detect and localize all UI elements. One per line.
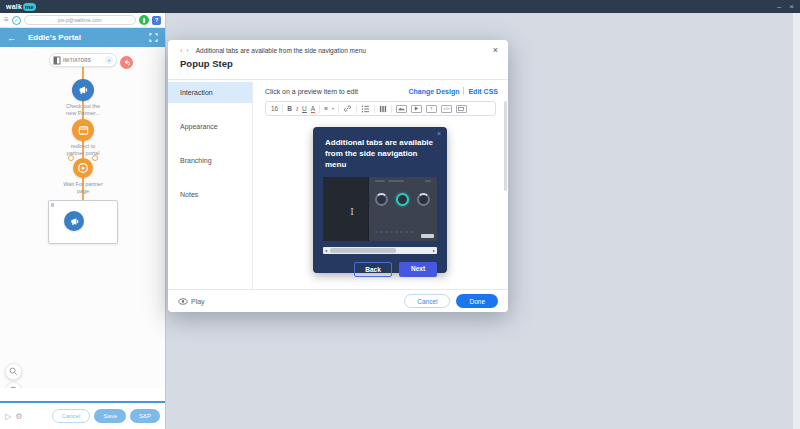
step-node-popup-1[interactable] — [72, 79, 94, 101]
back-arrow-icon[interactable]: ← — [7, 33, 16, 43]
link-icon[interactable] — [343, 104, 352, 113]
play-label: Play — [191, 298, 205, 305]
save-button[interactable]: Save — [94, 409, 126, 423]
settings-gear-icon[interactable]: ⚙ — [15, 412, 22, 421]
insert-text-button[interactable]: T — [426, 105, 437, 113]
modal-content: Click on a preview item to edit Change D… — [253, 81, 508, 289]
drag-handle[interactable] — [51, 203, 54, 207]
balloon-close-icon[interactable]: × — [437, 130, 441, 137]
popup-step-modal: ‹ › Additional tabs are available from t… — [168, 40, 508, 312]
image-plugin-panel — [369, 177, 437, 241]
play-preview-button[interactable]: Play — [178, 298, 205, 305]
modal-cancel-button[interactable]: Cancel — [404, 294, 450, 308]
initiators-label: INITIATORS — [63, 58, 91, 63]
workspace-scrollbar[interactable] — [793, 13, 800, 429]
save-publish-button[interactable]: S&P — [130, 409, 160, 423]
flow-canvas: INITIATORS + Check out the new Partner..… — [0, 47, 165, 388]
logo-text: walk — [6, 3, 22, 10]
knob-center — [396, 193, 409, 206]
video-icon — [414, 106, 419, 111]
image-dark-zone — [323, 177, 369, 241]
magnifier-icon — [9, 367, 18, 376]
insert-widget-button[interactable] — [456, 105, 467, 113]
tab-interaction[interactable]: Interaction — [168, 82, 252, 103]
expand-icon[interactable] — [149, 33, 158, 42]
balloon-next-button[interactable]: Next — [399, 262, 437, 277]
insert-video-button[interactable] — [411, 105, 422, 113]
step-node-popup-2[interactable] — [64, 211, 84, 231]
check-icon[interactable]: ✓ — [12, 16, 21, 25]
selected-step-box[interactable] — [48, 200, 118, 244]
portal-header: ← Eddie's Portal — [0, 28, 165, 47]
screen: walk me – × ≡ ✓ ? ← Eddie's Portal — [0, 0, 800, 429]
change-design-link[interactable]: Change Design — [408, 88, 459, 95]
pages-icon — [9, 386, 18, 388]
cancel-button[interactable]: Cancel — [52, 409, 91, 423]
edit-css-link[interactable]: Edit CSS — [468, 88, 498, 95]
modal-tab-list: Interaction Appearance Branching Notes — [168, 81, 253, 289]
insert-code-button[interactable]: </> — [441, 105, 452, 113]
list-icon[interactable] — [361, 105, 370, 113]
balloon-text[interactable]: Additional tabs are available from the s… — [325, 138, 435, 170]
wait-badge-right — [92, 155, 98, 161]
scrollbar-thumb[interactable] — [330, 248, 396, 253]
tab-appearance[interactable]: Appearance — [168, 116, 252, 137]
edit-hint: Click on a preview item to edit — [265, 88, 358, 95]
balloon-back-button[interactable]: Back — [354, 262, 392, 277]
image-mini-button — [421, 234, 434, 238]
zoom-button[interactable] — [5, 363, 22, 380]
browser-icon — [78, 125, 89, 136]
knob-left — [375, 193, 388, 206]
status-icon[interactable] — [139, 15, 149, 25]
window-minimize-button[interactable]: – — [777, 0, 781, 13]
help-icon[interactable]: ? — [152, 16, 161, 25]
megaphone-icon — [77, 84, 89, 96]
step-label: Wait For partner page — [0, 181, 165, 195]
step-label: redirect to partner portal — [0, 143, 165, 157]
window-close-button[interactable]: × — [789, 0, 794, 13]
step-node-redirect[interactable] — [72, 119, 94, 141]
menu-icon[interactable]: ≡ — [4, 16, 9, 24]
tab-notes[interactable]: Notes — [168, 184, 252, 205]
scroll-right-icon[interactable]: ▸ — [433, 249, 435, 253]
add-initiator-button[interactable]: + — [105, 56, 113, 64]
underline-button[interactable]: U — [302, 105, 307, 112]
balloon-preview[interactable]: × Additional tabs are available from the… — [313, 127, 447, 273]
align-button[interactable]: ≡ — [324, 105, 328, 112]
modal-header: ‹ › Additional tabs are available from t… — [168, 40, 508, 80]
account-bar: ≡ ✓ ? — [0, 13, 165, 28]
text-color-button[interactable]: A — [311, 105, 315, 113]
step-node-wait[interactable] — [73, 158, 93, 178]
sidebar-footer: ▷ ⚙ Cancel Save S&P — [0, 401, 165, 429]
next-step-icon[interactable]: › — [186, 47, 188, 54]
balloon-scrollbar[interactable]: ◂ ▸ — [323, 247, 437, 254]
undo-arrow-icon — [123, 59, 130, 66]
columns-icon[interactable] — [379, 105, 387, 113]
font-size-select[interactable]: 16 — [271, 105, 278, 112]
bold-button[interactable]: B — [287, 105, 292, 112]
link-divider — [463, 87, 464, 95]
modal-close-icon[interactable]: × — [493, 46, 498, 55]
align-caret-icon: ▾ — [332, 106, 334, 111]
balloon-image[interactable]: I — [323, 177, 437, 241]
email-field[interactable] — [24, 15, 136, 25]
italic-button[interactable]: I — [296, 105, 298, 112]
knob-right — [417, 193, 430, 206]
megaphone-icon — [69, 216, 80, 227]
text-cursor-icon: I — [350, 207, 354, 217]
undo-button[interactable] — [120, 56, 133, 69]
content-scrollbar[interactable] — [504, 101, 507, 191]
prev-step-icon[interactable]: ‹ — [180, 47, 182, 54]
image-icon — [398, 106, 405, 111]
door-icon — [53, 56, 61, 65]
rich-text-toolbar: 16 B I U A ≡ ▾ — [265, 101, 496, 116]
portal-title: Eddie's Portal — [28, 33, 81, 42]
initiators-pill[interactable]: INITIATORS + — [49, 53, 117, 67]
modal-footer: Play Cancel Done — [168, 289, 508, 312]
tab-branching[interactable]: Branching — [168, 150, 252, 171]
modal-done-button[interactable]: Done — [456, 294, 498, 308]
preview-play-icon[interactable]: ▷ — [5, 412, 11, 421]
scroll-left-icon[interactable]: ◂ — [325, 249, 327, 253]
insert-image-button[interactable] — [396, 105, 407, 113]
pages-button[interactable] — [5, 382, 22, 388]
